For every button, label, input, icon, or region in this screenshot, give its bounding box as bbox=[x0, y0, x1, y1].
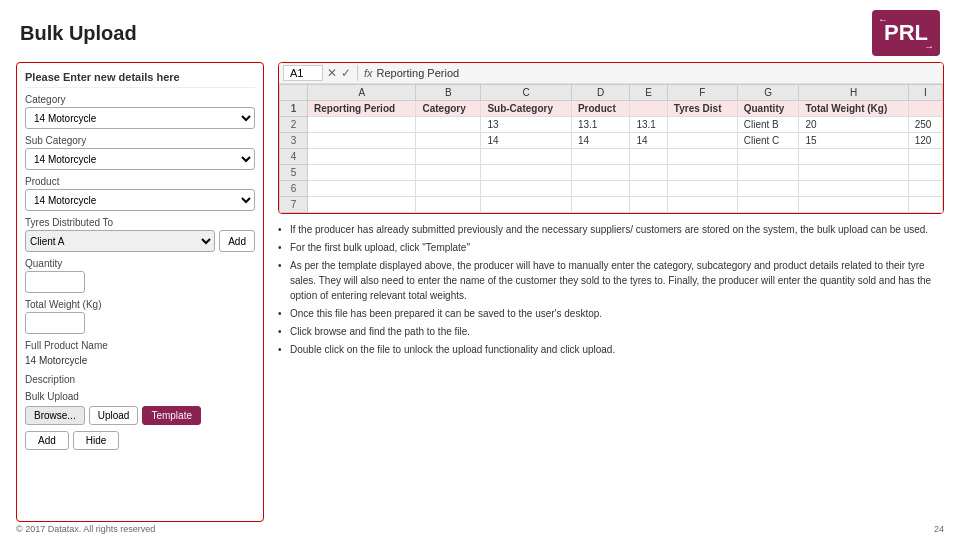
table-cell: Tyres Dist bbox=[667, 101, 737, 117]
quantity-input[interactable] bbox=[25, 271, 85, 293]
spreadsheet-container: A1 ✕ ✓ fx Reporting Period A B C bbox=[278, 62, 944, 214]
table-cell bbox=[908, 181, 942, 197]
total-weight-input[interactable] bbox=[25, 312, 85, 334]
table-row: 21313.113.1Client B20250 bbox=[280, 117, 943, 133]
table-cell: Total Weight (Kg) bbox=[799, 101, 908, 117]
col-header-row: A B C D E F G H I bbox=[280, 85, 943, 101]
description-group: Description bbox=[25, 374, 255, 385]
table-cell bbox=[630, 149, 667, 165]
tyres-label: Tyres Distributed To bbox=[25, 217, 255, 228]
description-label: Description bbox=[25, 374, 255, 385]
col-header-f: F bbox=[667, 85, 737, 101]
spreadsheet-table: A B C D E F G H I 1Reporting PeriodCateg… bbox=[279, 84, 943, 213]
row-number: 6 bbox=[280, 181, 308, 197]
tyres-select[interactable]: Client A bbox=[25, 230, 215, 252]
category-select[interactable]: 14 Motorcycle bbox=[25, 107, 255, 129]
col-header-e: E bbox=[630, 85, 667, 101]
spreadsheet-table-wrap: A B C D E F G H I 1Reporting PeriodCateg… bbox=[279, 84, 943, 213]
table-cell: 250 bbox=[908, 117, 942, 133]
table-cell bbox=[908, 165, 942, 181]
table-cell bbox=[667, 117, 737, 133]
table-cell bbox=[308, 133, 416, 149]
full-product-value: 14 Motorcycle bbox=[25, 353, 255, 368]
table-row: 6 bbox=[280, 181, 943, 197]
table-cell bbox=[308, 165, 416, 181]
form-panel-title: Please Enter new details here bbox=[25, 71, 255, 88]
table-cell bbox=[799, 181, 908, 197]
table-cell bbox=[667, 181, 737, 197]
table-cell bbox=[481, 149, 572, 165]
tyres-add-button[interactable]: Add bbox=[219, 230, 255, 252]
product-group: Product 14 Motorcycle bbox=[25, 176, 255, 211]
full-product-group: Full Product Name 14 Motorcycle bbox=[25, 340, 255, 368]
list-item: Click browse and find the path to the fi… bbox=[278, 324, 944, 339]
bottom-row: Add Hide bbox=[25, 431, 255, 450]
col-header-h: H bbox=[799, 85, 908, 101]
product-label: Product bbox=[25, 176, 255, 187]
table-row: 3141414Client C15120 bbox=[280, 133, 943, 149]
page-title: Bulk Upload bbox=[20, 22, 137, 45]
upload-button[interactable]: Upload bbox=[89, 406, 139, 425]
formula-divider bbox=[357, 65, 358, 81]
copyright: © 2017 Datatax. All rights reserved bbox=[16, 524, 155, 534]
table-cell bbox=[481, 181, 572, 197]
list-item: Once this file has been prepared it can … bbox=[278, 306, 944, 321]
table-cell bbox=[630, 181, 667, 197]
col-header-a: A bbox=[308, 85, 416, 101]
tyres-group: Tyres Distributed To Client A Add bbox=[25, 217, 255, 252]
table-cell: Client C bbox=[737, 133, 799, 149]
table-cell: 14 bbox=[481, 133, 572, 149]
cell-ref: A1 bbox=[283, 65, 323, 81]
category-group: Category 14 Motorcycle bbox=[25, 94, 255, 129]
formula-bar: A1 ✕ ✓ fx Reporting Period bbox=[279, 63, 943, 84]
right-panel: A1 ✕ ✓ fx Reporting Period A B C bbox=[278, 62, 944, 536]
table-cell: Sub-Category bbox=[481, 101, 572, 117]
table-cell: 13.1 bbox=[571, 117, 630, 133]
table-cell bbox=[667, 165, 737, 181]
table-cell bbox=[571, 165, 630, 181]
subcategory-group: Sub Category 14 Motorcycle bbox=[25, 135, 255, 170]
table-cell bbox=[571, 149, 630, 165]
table-cell bbox=[737, 165, 799, 181]
table-cell: 120 bbox=[908, 133, 942, 149]
table-row: 4 bbox=[280, 149, 943, 165]
table-cell bbox=[737, 149, 799, 165]
category-label: Category bbox=[25, 94, 255, 105]
table-cell bbox=[571, 197, 630, 213]
table-cell: 15 bbox=[799, 133, 908, 149]
product-select[interactable]: 14 Motorcycle bbox=[25, 189, 255, 211]
row-number: 7 bbox=[280, 197, 308, 213]
browse-button[interactable]: Browse... bbox=[25, 406, 85, 425]
cancel-icon: ✕ bbox=[327, 66, 337, 80]
table-row: 1Reporting PeriodCategorySub-CategoryPro… bbox=[280, 101, 943, 117]
bulk-upload-group: Bulk Upload Browse... Upload Template bbox=[25, 391, 255, 425]
col-header-d: D bbox=[571, 85, 630, 101]
tyres-row: Client A Add bbox=[25, 230, 255, 252]
add-bottom-button[interactable]: Add bbox=[25, 431, 69, 450]
table-cell bbox=[416, 149, 481, 165]
template-button[interactable]: Template bbox=[142, 406, 201, 425]
hide-button[interactable]: Hide bbox=[73, 431, 120, 450]
table-cell bbox=[416, 197, 481, 213]
col-header-c: C bbox=[481, 85, 572, 101]
bullets-list: If the producer has already submitted pr… bbox=[278, 222, 944, 357]
table-cell bbox=[308, 149, 416, 165]
table-cell: Reporting Period bbox=[308, 101, 416, 117]
row-number: 1 bbox=[280, 101, 308, 117]
subcategory-select[interactable]: 14 Motorcycle bbox=[25, 148, 255, 170]
col-header-g: G bbox=[737, 85, 799, 101]
table-cell bbox=[908, 197, 942, 213]
list-item: For the first bulk upload, click "Templa… bbox=[278, 240, 944, 255]
list-item: As per the template displayed above, the… bbox=[278, 258, 944, 303]
bullets-section: If the producer has already submitted pr… bbox=[278, 222, 944, 360]
total-weight-group: Total Weight (Kg) bbox=[25, 299, 255, 334]
full-product-label: Full Product Name bbox=[25, 340, 255, 351]
table-cell: Client B bbox=[737, 117, 799, 133]
row-number: 3 bbox=[280, 133, 308, 149]
table-cell bbox=[416, 181, 481, 197]
page-header: Bulk Upload PRL bbox=[0, 0, 960, 62]
table-cell bbox=[630, 165, 667, 181]
bulk-upload-label: Bulk Upload bbox=[25, 391, 255, 402]
table-cell: Category bbox=[416, 101, 481, 117]
table-cell bbox=[799, 197, 908, 213]
